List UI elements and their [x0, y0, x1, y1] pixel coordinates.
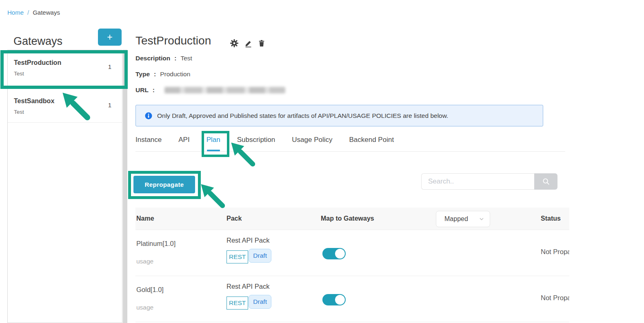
- rest-badge: REST: [227, 296, 248, 310]
- status-text: Not Propagated: [541, 248, 569, 256]
- gateway-list: TestProduction Test 1 TestSandbox Test 1: [7, 50, 122, 323]
- edit-pencil-icon[interactable]: [244, 39, 253, 48]
- col-status: Status: [541, 215, 561, 222]
- toggle-knob: [335, 295, 345, 305]
- plan-usage-label: usage: [136, 304, 153, 311]
- field-label: URL: [135, 86, 149, 94]
- table-row-gold: Gold[1.0] usage Rest API Pack REST Draft…: [135, 276, 569, 322]
- field-colon: :: [153, 86, 155, 94]
- field-description: Description : Test: [135, 55, 192, 62]
- gateway-count: 1: [108, 63, 111, 70]
- col-name: Name: [136, 215, 154, 222]
- tab-backend-point[interactable]: Backend Point: [349, 133, 394, 151]
- gateway-list-item-testsandbox[interactable]: TestSandbox Test 1: [8, 88, 122, 123]
- info-banner-text: Only Draft, Approved and Published state…: [157, 112, 448, 119]
- gateway-management-page: Home / Gateways Gateways + TestProductio…: [0, 0, 644, 323]
- plan-usage-label: usage: [136, 258, 153, 265]
- tab-api[interactable]: API: [178, 133, 189, 151]
- gateway-description: Test: [14, 71, 24, 77]
- sidebar-scrollbar[interactable]: [123, 50, 127, 323]
- plans-table: Name Pack Map to Gateways Mapped Status …: [135, 208, 569, 323]
- plan-name: Gold[1.0]: [136, 286, 164, 294]
- info-banner: Only Draft, Approved and Published state…: [135, 105, 543, 126]
- tab-usage-policy[interactable]: Usage Policy: [292, 133, 332, 151]
- mapped-filter-dropdown[interactable]: Mapped: [436, 211, 490, 227]
- gateway-count: 1: [108, 102, 111, 108]
- field-colon: :: [174, 55, 176, 62]
- gateway-list-item-testproduction[interactable]: TestProduction Test 1: [8, 50, 122, 88]
- field-value: Production: [160, 71, 190, 78]
- gateway-name: TestSandbox: [14, 97, 54, 105]
- tab-instance[interactable]: Instance: [135, 133, 162, 151]
- breadcrumb-separator: /: [27, 9, 29, 16]
- badge-group: REST Draft: [227, 250, 271, 264]
- plan-name: Platinum[1.0]: [136, 240, 175, 248]
- gear-icon[interactable]: [230, 39, 239, 48]
- search-button[interactable]: [534, 173, 557, 190]
- breadcrumb-home-link[interactable]: Home: [7, 9, 24, 16]
- gateway-description: Test: [14, 109, 24, 115]
- map-toggle[interactable]: [322, 294, 346, 305]
- tab-plan[interactable]: Plan: [207, 133, 220, 151]
- field-url: URL :: [135, 86, 285, 94]
- table-header: Name Pack Map to Gateways Mapped Status: [135, 208, 569, 230]
- field-label: Type: [135, 71, 150, 78]
- add-gateway-button[interactable]: +: [98, 29, 122, 46]
- draft-badge: Draft: [249, 249, 271, 263]
- breadcrumb: Home / Gateways: [7, 9, 60, 16]
- trash-icon[interactable]: [258, 39, 266, 48]
- status-text: Not Propagated: [541, 294, 569, 302]
- gateway-name: TestProduction: [14, 59, 61, 66]
- breadcrumb-current: Gateways: [33, 9, 60, 16]
- info-icon: [145, 112, 152, 119]
- page-title: TestProduction: [135, 34, 211, 47]
- pack-name: Rest API Pack: [227, 283, 269, 290]
- draft-badge: Draft: [249, 295, 271, 309]
- pack-name: Rest API Pack: [227, 237, 269, 244]
- mapped-filter-value: Mapped: [444, 215, 468, 223]
- field-label: Description: [135, 55, 170, 62]
- field-colon: :: [154, 71, 156, 78]
- col-map-to-gateways: Map to Gateways: [321, 215, 374, 222]
- repropagate-button[interactable]: Repropagate: [133, 176, 195, 193]
- url-value-redacted: [164, 87, 285, 93]
- col-pack: Pack: [227, 215, 242, 222]
- field-value: Test: [180, 55, 192, 62]
- search-icon: [542, 177, 551, 186]
- search-input[interactable]: [421, 173, 534, 190]
- table-row-platinum: Platinum[1.0] usage Rest API Pack REST D…: [135, 230, 569, 276]
- chevron-down-icon: [478, 216, 485, 222]
- detail-tabs: Instance API Plan Subscription Usage Pol…: [135, 133, 565, 152]
- badge-group: REST Draft: [227, 296, 271, 310]
- tab-subscription[interactable]: Subscription: [237, 133, 275, 151]
- field-type: Type : Production: [135, 71, 190, 78]
- sidebar-title: Gateways: [13, 35, 62, 48]
- rest-badge: REST: [227, 250, 248, 263]
- toggle-knob: [335, 249, 345, 259]
- map-toggle[interactable]: [322, 248, 346, 259]
